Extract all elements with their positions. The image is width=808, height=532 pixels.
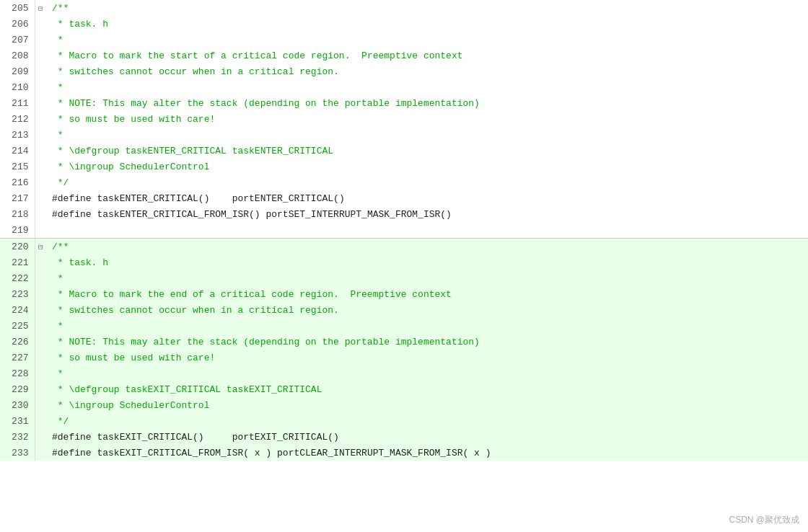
fold-button (35, 174, 46, 190)
code-line: * (46, 365, 808, 381)
code-line: * \defgroup taskEXIT_CRITICAL taskEXIT_C… (46, 381, 808, 397)
code-token: #define (52, 193, 97, 204)
line-number: 208 (0, 48, 35, 63)
code-token: #define (52, 432, 97, 443)
line-number: 233 (0, 445, 35, 461)
fold-button (35, 350, 46, 365)
code-token: taskENTER_CRITICAL_FROM_ISR() portSET_IN… (97, 209, 451, 220)
fold-button[interactable]: ⊟ (35, 239, 46, 254)
fold-button (35, 397, 46, 413)
code-token: * (52, 130, 63, 141)
code-line: * NOTE: This may alter the stack (depend… (46, 334, 808, 350)
code-line: */ (46, 174, 808, 190)
code-line: * \ingroup SchedulerControl (46, 397, 808, 413)
line-number: 211 (0, 95, 35, 111)
fold-button (35, 429, 46, 445)
code-token: * \ingroup SchedulerControl (52, 161, 209, 172)
line-number: 227 (0, 350, 35, 365)
code-token: */ (52, 416, 69, 427)
code-token: * (52, 321, 63, 332)
code-token: taskEXIT_CRITICAL_FROM_ISR( x ) portCLEA… (97, 448, 491, 458)
code-line: */ (46, 413, 808, 429)
line-number: 207 (0, 32, 35, 48)
code-token: * \defgroup taskENTER_CRITICAL taskENTER… (52, 146, 333, 156)
code-token: * task. h (52, 257, 108, 268)
code-token: * NOTE: This may alter the stack (depend… (52, 337, 480, 347)
code-line: /** (46, 239, 808, 254)
line-number: 206 (0, 16, 35, 32)
line-number: 215 (0, 159, 35, 174)
code-line: #define taskENTER_CRITICAL_FROM_ISR() po… (46, 206, 808, 222)
fold-button (35, 445, 46, 461)
code-token: #define (52, 448, 97, 458)
line-number: 221 (0, 254, 35, 270)
code-line: * task. h (46, 16, 808, 32)
code-line: #define taskENTER_CRITICAL() portENTER_C… (46, 190, 808, 206)
code-line: * switches cannot occur when in a critic… (46, 302, 808, 318)
code-token: * (52, 368, 63, 379)
line-number: 212 (0, 111, 35, 127)
code-line: * switches cannot occur when in a critic… (46, 63, 808, 79)
code-token: taskENTER_CRITICAL() portENTER_CRITICAL(… (97, 193, 344, 204)
fold-button (35, 16, 46, 32)
line-number: 223 (0, 286, 35, 302)
code-line: * (46, 79, 808, 95)
code-token: #define (52, 209, 97, 220)
code-line: * \ingroup SchedulerControl (46, 159, 808, 174)
fold-button (35, 302, 46, 318)
line-number: 205 (0, 0, 35, 16)
fold-button (35, 48, 46, 63)
line-number: 226 (0, 334, 35, 350)
line-number: 222 (0, 270, 35, 286)
fold-button (35, 206, 46, 222)
line-number: 232 (0, 429, 35, 445)
code-token: taskEXIT_CRITICAL() portEXIT_CRITICAL() (97, 432, 338, 443)
code-line: * (46, 270, 808, 286)
fold-button[interactable]: ⊟ (35, 0, 46, 16)
code-token: * so must be used with care! (52, 353, 215, 363)
code-token: */ (52, 177, 69, 188)
line-number: 217 (0, 190, 35, 206)
code-line: * \defgroup taskENTER_CRITICAL taskENTER… (46, 143, 808, 159)
code-container: 205⊟/**206 * task. h207 *208 * Macro to … (0, 0, 808, 532)
fold-button (35, 159, 46, 174)
line-number: 218 (0, 206, 35, 222)
code-line: * so must be used with care! (46, 350, 808, 365)
line-number: 219 (0, 222, 35, 238)
fold-button (35, 413, 46, 429)
code-token: * switches cannot occur when in a critic… (52, 305, 339, 316)
code-line: * NOTE: This may alter the stack (depend… (46, 95, 808, 111)
line-number: 229 (0, 381, 35, 397)
code-token: /** (52, 3, 69, 14)
code-line: * task. h (46, 254, 808, 270)
fold-button (35, 365, 46, 381)
fold-button (35, 286, 46, 302)
fold-button (35, 63, 46, 79)
code-token: * (52, 273, 63, 284)
code-line: /** (46, 0, 808, 16)
fold-button (35, 254, 46, 270)
line-number: 224 (0, 302, 35, 318)
fold-button (35, 95, 46, 111)
line-number: 210 (0, 79, 35, 95)
code-line: * (46, 127, 808, 143)
code-token: * so must be used with care! (52, 114, 215, 125)
code-token: * \defgroup taskEXIT_CRITICAL taskEXIT_C… (52, 384, 322, 395)
line-number: 230 (0, 397, 35, 413)
fold-button (35, 111, 46, 127)
fold-button (35, 334, 46, 350)
line-number: 220 (0, 239, 35, 254)
code-line: * Macro to mark the end of a critical co… (46, 286, 808, 302)
code-token: * Macro to mark the start of a critical … (52, 50, 463, 61)
code-line: #define taskEXIT_CRITICAL_FROM_ISR( x ) … (46, 445, 808, 461)
fold-button (35, 143, 46, 159)
code-token: * NOTE: This may alter the stack (depend… (52, 98, 480, 109)
fold-button (35, 190, 46, 206)
code-token: * task. h (52, 19, 108, 30)
code-table: 205⊟/**206 * task. h207 *208 * Macro to … (0, 0, 808, 461)
code-token: * (52, 35, 63, 45)
line-number: 225 (0, 318, 35, 334)
line-number: 214 (0, 143, 35, 159)
code-line: * so must be used with care! (46, 111, 808, 127)
watermark: CSDN @聚优致成 (729, 514, 799, 526)
